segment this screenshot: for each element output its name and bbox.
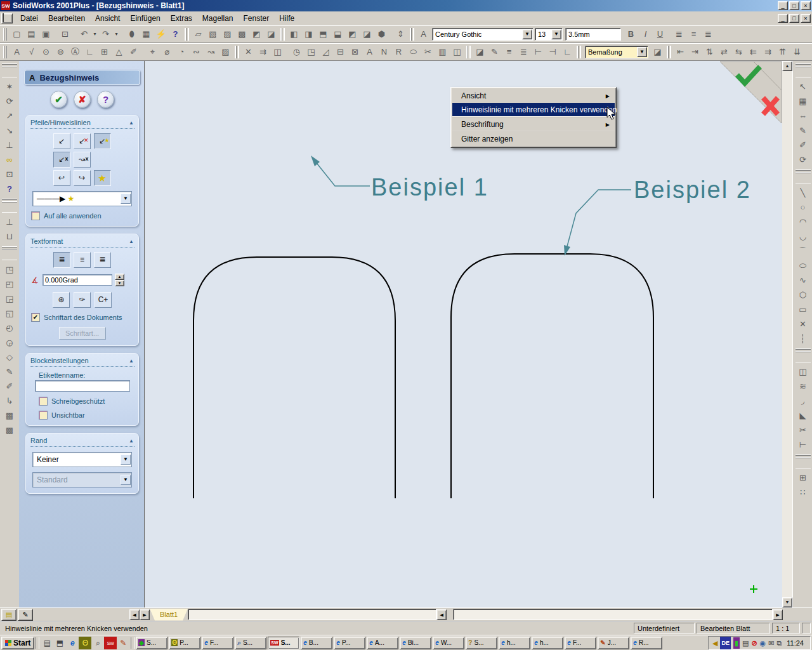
orient-top-icon[interactable]: ◴ — [2, 321, 17, 335]
undo-icon[interactable]: ↶ — [77, 27, 91, 41]
align-right-icon[interactable]: ≣ — [701, 27, 716, 41]
border-style-dropdown-icon[interactable]: ▼ — [121, 454, 131, 465]
sheet-tab[interactable]: Blatt1 — [150, 609, 188, 621]
select-cursor-icon[interactable]: ↖ — [796, 79, 811, 94]
broken-view-icon[interactable]: ⊠ — [348, 45, 362, 59]
text-align-center-icon[interactable]: ≡ — [74, 252, 91, 268]
lang-de-indicator[interactable]: DE — [720, 637, 731, 649]
layer-icon[interactable]: ◪ — [473, 45, 487, 59]
line-color-icon[interactable]: ✎ — [487, 45, 502, 59]
task-b1[interactable]: e B... — [301, 637, 332, 649]
help-icon[interactable]: ? — [168, 27, 183, 41]
align-edge-icon[interactable]: ∟ — [560, 45, 575, 59]
font-size-dropdown-icon[interactable]: ▼ — [551, 29, 561, 39]
section-view-icon[interactable]: ◫ — [450, 45, 464, 59]
cancel-button[interactable]: ✘ — [74, 91, 91, 108]
menu-bearbeiten[interactable]: Bearbeiten — [43, 12, 90, 25]
stacked-balloon-icon[interactable]: ⊚ — [53, 45, 68, 59]
space-evenly-icon[interactable]: ⇉ — [761, 45, 775, 59]
view-a-icon[interactable]: A — [362, 45, 377, 59]
open-icon[interactable]: ▤ — [24, 27, 39, 41]
align-top-icon[interactable]: ⇅ — [702, 45, 717, 59]
hscroll-track-right[interactable] — [453, 609, 773, 620]
ql-display-icon[interactable]: ⬒ — [53, 637, 66, 649]
minimize-button[interactable]: _ — [778, 1, 788, 10]
task-bi1[interactable]: e Bi... — [400, 637, 431, 649]
task-r1[interactable]: e R... — [631, 637, 662, 649]
text-align-right-icon[interactable]: ≣ — [94, 252, 111, 268]
projected-view-icon[interactable]: ◳ — [304, 45, 318, 59]
bent-leader-icon[interactable]: ↝ — [74, 152, 91, 168]
ql-solidworks-icon[interactable]: SW — [104, 637, 117, 649]
readonly-checkbox[interactable] — [39, 397, 48, 406]
ql-paint-icon[interactable]: ✎ — [117, 637, 129, 649]
mirror-entities-icon[interactable]: ◫ — [270, 45, 285, 59]
vertical-scrollbar[interactable]: ▲ ▼ — [782, 61, 792, 607]
collapse-icon[interactable]: ▲ — [129, 120, 134, 126]
mirror-icon[interactable]: ◫ — [796, 364, 811, 379]
no-leader-icon[interactable]: ↙ — [74, 133, 91, 149]
apply-all-checkbox[interactable] — [31, 211, 40, 220]
drawing-canvas[interactable]: Beispiel 1 Beispiel 2 Ansicht ▶ Hinweisl… — [145, 61, 782, 607]
insert-hyperlink-icon[interactable]: ⊛ — [53, 292, 70, 308]
doc-close-button[interactable]: × — [801, 14, 811, 23]
hscroll-right-icon[interactable]: ▶ — [773, 609, 783, 620]
multi-bend-leader-icon[interactable]: ★ — [94, 170, 111, 186]
view-left-icon[interactable]: ◩ — [345, 27, 360, 41]
task-f1[interactable]: e F... — [202, 637, 233, 649]
space-down-icon[interactable]: ⇊ — [790, 45, 804, 59]
crop-view-icon[interactable]: ✂ — [421, 45, 435, 59]
view-hidden-visible-icon[interactable]: ▧ — [206, 27, 220, 41]
surface-finish-icon[interactable]: √ — [24, 45, 39, 59]
italic-icon[interactable]: I — [638, 27, 653, 41]
ql-search-icon[interactable]: ⌕ — [91, 637, 104, 649]
scroll-up-icon[interactable]: ▲ — [782, 61, 792, 71]
linear-pattern-icon[interactable]: ⊞ — [796, 470, 811, 485]
select-icon[interactable]: ⬮ — [124, 27, 139, 41]
print-preview-icon[interactable]: ⊡ — [58, 27, 72, 41]
sketch-icon[interactable]: ✎ — [2, 364, 17, 379]
cosmetic-thread-icon[interactable]: ✐ — [126, 45, 141, 59]
grid-pattern-2-icon[interactable]: ▩ — [2, 423, 17, 437]
tray-mail-icon[interactable]: ✉ — [768, 637, 774, 649]
menu-einfuegen[interactable]: Einfügen — [125, 12, 165, 25]
geometric-tolerance-icon[interactable]: ⊞ — [97, 45, 112, 59]
border-style-combo[interactable]: Keiner ▼ — [32, 452, 132, 467]
font-name-combo[interactable]: Century Gothic ▼ — [432, 28, 534, 41]
font-name-dropdown-icon[interactable]: ▼ — [522, 29, 532, 39]
polygon-icon[interactable]: ⬡ — [796, 288, 811, 302]
font-size-combo[interactable]: 13 ▼ — [535, 28, 563, 41]
tray-print-icon[interactable]: ▤ — [742, 637, 749, 649]
tray-network-icon[interactable]: ⧉ — [776, 637, 782, 649]
hscroll-track-left[interactable] — [188, 609, 436, 620]
task-f2[interactable]: e F... — [565, 637, 596, 649]
model-view-icon[interactable]: ◷ — [289, 45, 304, 59]
volume-icon[interactable]: ◀ — [712, 637, 717, 649]
collapse-icon[interactable]: ▲ — [129, 239, 134, 244]
dim-style-combo[interactable]: Bemaßung ▼ — [585, 46, 648, 58]
note-beispiel-1[interactable]: Beispiel 1 — [371, 174, 488, 201]
document-icon[interactable] — [1, 13, 13, 23]
view-shadow-icon[interactable]: ◩ — [249, 27, 264, 41]
leader-icon[interactable]: ↙ — [53, 133, 70, 149]
restore-button[interactable]: □ — [789, 1, 799, 10]
circular-pattern-icon[interactable]: ∷ — [796, 485, 811, 500]
sheet-next-icon[interactable]: ▶ — [140, 609, 150, 620]
balloon-icon[interactable]: ⊙ — [39, 45, 53, 59]
layer-properties-icon[interactable]: ◪ — [650, 45, 665, 59]
measure-icon[interactable]: ⊡ — [2, 167, 17, 182]
zoom-in-icon[interactable]: ↗ — [2, 109, 17, 123]
offset-icon[interactable]: ≋ — [796, 379, 811, 394]
collapse-icon[interactable]: ▲ — [129, 358, 134, 364]
task-solidworks[interactable]: SW S... — [268, 637, 299, 649]
orient-front-icon[interactable]: ◳ — [2, 262, 17, 277]
convert-icon[interactable]: ⟳ — [796, 152, 811, 167]
underline-icon[interactable]: U — [653, 27, 667, 41]
view-back-icon[interactable]: ◨ — [301, 27, 316, 41]
collapse-icon[interactable]: ▲ — [129, 438, 134, 444]
align-bottom-icon[interactable]: ⇄ — [717, 45, 731, 59]
tangent-arc-icon[interactable]: ◡ — [796, 229, 811, 244]
sketch-entity-icon[interactable]: ✐ — [796, 138, 811, 152]
circle-icon[interactable]: ○ — [796, 200, 811, 215]
task-j1[interactable]: ✎ J... — [598, 637, 629, 649]
